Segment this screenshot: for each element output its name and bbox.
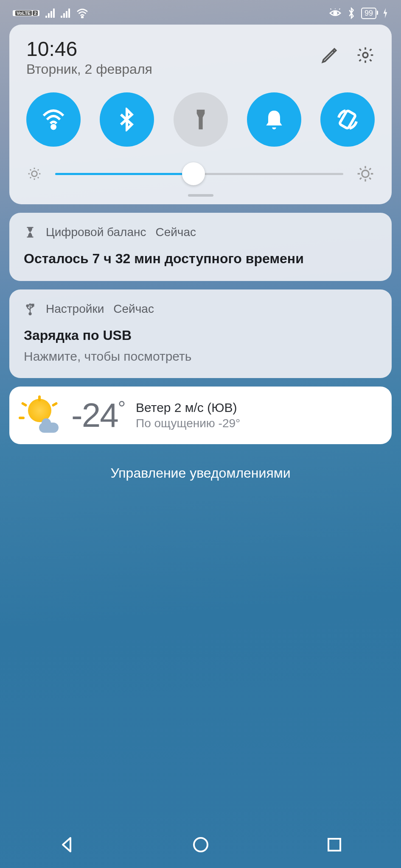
- brightness-fill: [55, 173, 193, 175]
- signal-icon-2: [61, 8, 70, 18]
- notification-header: Цифровой баланс Сейчас: [24, 225, 377, 239]
- flashlight-toggle[interactable]: [174, 92, 228, 147]
- notification-app-name: Настройки: [46, 302, 104, 316]
- hourglass-icon: [24, 226, 36, 239]
- brightness-slider[interactable]: [55, 173, 343, 175]
- wifi-icon: [42, 108, 65, 131]
- recent-apps-button[interactable]: [324, 835, 345, 855]
- status-left: VoLTE 2: [13, 8, 89, 18]
- volte-label: VoLTE: [15, 11, 32, 16]
- weather-icon: [22, 396, 60, 434]
- notification-when: Сейчас: [113, 302, 154, 316]
- expand-handle[interactable]: [188, 194, 213, 197]
- temperature-value: -24°: [71, 396, 125, 435]
- weather-details: Ветер 2 м/с (ЮВ) По ощущению -29°: [136, 401, 240, 430]
- brightness-thumb[interactable]: [182, 162, 205, 185]
- weather-card[interactable]: -24° Ветер 2 м/с (ЮВ) По ощущению -29°: [9, 387, 392, 444]
- svg-point-6: [362, 170, 369, 178]
- notification-subtitle: Нажмите, чтобы посмотреть: [24, 349, 377, 364]
- notification-title: Зарядка по USB: [24, 328, 377, 343]
- notification-digital-balance[interactable]: Цифровой баланс Сейчас Осталось 7 ч 32 м…: [9, 213, 392, 281]
- home-button[interactable]: [191, 835, 211, 855]
- svg-point-5: [32, 171, 37, 177]
- edit-icon[interactable]: [320, 46, 339, 64]
- notification-when: Сейчас: [155, 225, 196, 239]
- bell-icon: [262, 108, 286, 131]
- qs-toggles-row: [26, 92, 375, 147]
- charging-icon: [382, 8, 388, 18]
- signal-icon: [45, 8, 55, 18]
- volte-indicator: VoLTE 2: [13, 10, 39, 16]
- rotate-icon: [336, 108, 359, 131]
- feels-like-label: По ощущению -29°: [136, 417, 240, 430]
- auto-rotate-toggle[interactable]: [320, 92, 375, 147]
- notification-title: Осталось 7 ч 32 мин доступного времени: [24, 251, 377, 267]
- brightness-high-icon: [356, 164, 375, 183]
- notification-app-name: Цифровой баланс: [46, 225, 146, 239]
- quick-settings-panel[interactable]: 10:46 Вторник, 2 февраля: [9, 25, 392, 204]
- volte-sim: 2: [33, 11, 38, 16]
- svg-point-10: [194, 838, 208, 851]
- svg-point-7: [29, 313, 31, 315]
- eye-icon: [329, 8, 342, 18]
- qs-datetime: 10:46 Вторник, 2 февраля: [26, 37, 152, 77]
- back-button[interactable]: [57, 835, 77, 855]
- bluetooth-icon: [115, 108, 139, 131]
- time-label: 10:46: [26, 37, 152, 61]
- notifications-toggle[interactable]: [247, 92, 301, 147]
- flashlight-icon: [189, 108, 213, 131]
- status-bar: VoLTE 2 99: [0, 0, 401, 25]
- manage-notifications-link[interactable]: Управление уведомлениями: [9, 465, 392, 481]
- navigation-bar: [0, 821, 401, 868]
- notification-usb-charging[interactable]: Настройки Сейчас Зарядка по USB Нажмите,…: [9, 289, 392, 378]
- date-label: Вторник, 2 февраля: [26, 61, 152, 77]
- bluetooth-icon: [348, 7, 355, 19]
- svg-point-2: [363, 53, 368, 58]
- status-right: 99: [329, 7, 388, 19]
- brightness-slider-row: [26, 164, 375, 183]
- notification-header: Настройки Сейчас: [24, 302, 377, 316]
- svg-rect-9: [32, 304, 34, 306]
- wind-label: Ветер 2 м/с (ЮВ): [136, 401, 240, 415]
- brightness-low-icon: [26, 166, 42, 182]
- wifi-icon: [76, 8, 89, 18]
- settings-icon[interactable]: [356, 46, 375, 64]
- qs-header-actions: [320, 37, 375, 64]
- qs-header: 10:46 Вторник, 2 февраля: [26, 37, 375, 77]
- svg-rect-11: [328, 839, 340, 851]
- bluetooth-toggle[interactable]: [100, 92, 154, 147]
- battery-indicator: 99: [361, 8, 376, 19]
- wifi-toggle[interactable]: [26, 92, 81, 147]
- svg-point-3: [52, 125, 55, 128]
- svg-point-8: [27, 305, 29, 307]
- svg-point-0: [82, 17, 84, 18]
- usb-icon: [24, 303, 36, 315]
- svg-point-1: [334, 11, 337, 14]
